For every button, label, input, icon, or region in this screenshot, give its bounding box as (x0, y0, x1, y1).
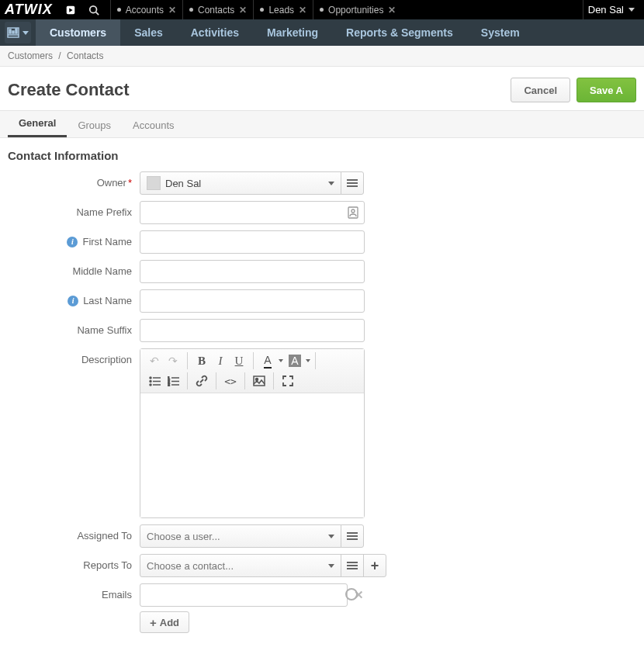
assigned-to-placeholder: Choose a user... (147, 531, 220, 542)
field-last-name: iLast Name (8, 289, 636, 313)
topbar: ATWIX Accounts✕ Contacts✕ Leads✕ Opportu… (0, 0, 644, 19)
description-textarea[interactable] (140, 393, 364, 517)
bold-icon[interactable]: B (193, 352, 210, 369)
email-input[interactable] (140, 583, 348, 607)
name-suffix-input[interactable] (140, 319, 365, 342)
chevron-down-icon (328, 564, 334, 568)
name-prefix-input[interactable] (140, 201, 365, 224)
close-icon[interactable]: ✕ (299, 5, 306, 16)
pinned-tab-opportunities[interactable]: Opportunities✕ (313, 0, 402, 19)
chevron-down-icon[interactable] (279, 359, 283, 362)
add-email-label: Add (160, 617, 179, 628)
close-icon[interactable]: ✕ (239, 5, 247, 16)
pinned-tab-accounts[interactable]: Accounts✕ (110, 0, 182, 19)
last-name-label: Last Name (83, 295, 132, 306)
add-email-button[interactable]: +Add (140, 611, 189, 633)
close-icon[interactable]: ✕ (388, 5, 396, 16)
tab-accounts[interactable]: Accounts (122, 112, 185, 137)
underline-icon[interactable]: U (230, 352, 248, 369)
pinned-tabs: Accounts✕ Contacts✕ Leads✕ Opportunities… (110, 0, 403, 19)
info-icon[interactable]: i (67, 237, 78, 247)
description-label: Description (81, 354, 132, 365)
last-name-input[interactable] (140, 289, 365, 313)
reports-to-placeholder: Choose a contact... (147, 560, 234, 572)
breadcrumb-parent[interactable]: Customers (8, 50, 53, 61)
svg-point-14 (150, 384, 151, 386)
undo-icon[interactable]: ↶ (146, 352, 163, 369)
pinned-tab-leads[interactable]: Leads✕ (253, 0, 313, 19)
bars-icon (347, 178, 358, 189)
reports-to-select[interactable]: Choose a contact... (140, 554, 341, 577)
chevron-down-icon (328, 182, 334, 185)
redo-icon[interactable]: ↷ (164, 352, 182, 369)
required-marker: * (128, 177, 132, 189)
breadcrumb: Customers / Contacts (0, 46, 644, 67)
nav-activities[interactable]: Activities (177, 19, 253, 46)
tab-general[interactable]: General (8, 109, 67, 137)
nav-reports[interactable]: Reports & Segments (332, 19, 467, 46)
field-middle-name: Middle Name (8, 260, 636, 283)
user-menu[interactable]: Den Sal (583, 0, 639, 19)
page-title: Create Contact (8, 80, 504, 100)
assigned-to-label: Assigned To (77, 530, 132, 542)
bg-color-icon[interactable]: A (286, 352, 303, 369)
nav-sales[interactable]: Sales (120, 19, 177, 46)
cancel-button[interactable]: Cancel (511, 78, 570, 102)
field-assigned-to: Assigned To Choose a user... (8, 524, 636, 548)
unordered-list-icon[interactable] (146, 372, 163, 389)
chevron-down-icon (328, 535, 334, 538)
svg-rect-7 (16, 29, 17, 33)
reports-to-list-button[interactable] (341, 554, 364, 577)
svg-point-10 (150, 377, 151, 379)
chevron-down-icon (628, 8, 635, 12)
owner-list-button[interactable] (341, 171, 364, 195)
save-button[interactable]: Save A (576, 78, 636, 102)
shortcut-icon[interactable] (62, 2, 79, 19)
assigned-to-list-button[interactable] (341, 524, 364, 548)
field-name-suffix: Name Suffix (8, 319, 636, 342)
image-icon[interactable] (251, 372, 268, 389)
tab-groups[interactable]: Groups (67, 112, 122, 137)
owner-value: Den Sal (165, 178, 201, 189)
pinned-tab-contacts[interactable]: Contacts✕ (182, 0, 253, 19)
ordered-list-icon[interactable]: 123 (164, 372, 182, 389)
nav-system[interactable]: System (467, 19, 534, 46)
field-emails: Emails ✕ +Add (8, 583, 636, 633)
close-icon[interactable]: ✕ (168, 5, 176, 16)
italic-icon[interactable]: I (212, 352, 229, 369)
bars-icon (347, 531, 358, 542)
source-code-icon[interactable]: <> (222, 372, 239, 389)
link-icon[interactable] (193, 372, 210, 389)
field-name-prefix: Name Prefix (8, 201, 636, 224)
middle-name-input[interactable] (140, 260, 365, 283)
name-suffix-label: Name Suffix (77, 324, 132, 336)
emails-label: Emails (102, 589, 132, 600)
email-primary-radio[interactable] (345, 588, 358, 600)
nav-customers[interactable]: Customers (36, 19, 120, 46)
assigned-to-select[interactable]: Choose a user... (140, 524, 341, 548)
owner-select[interactable]: Den Sal (140, 171, 341, 195)
autofill-icon (348, 206, 358, 219)
user-name: Den Sal (588, 4, 624, 16)
name-prefix-label: Name Prefix (76, 206, 132, 218)
avatar-icon (147, 176, 161, 190)
first-name-input[interactable] (140, 230, 365, 254)
logo: ATWIX (5, 2, 59, 18)
svg-rect-6 (12, 31, 14, 33)
info-icon[interactable]: i (68, 296, 78, 306)
plus-icon: + (371, 559, 379, 573)
fullscreen-icon[interactable] (279, 372, 296, 389)
description-editor: ↶ ↷ B I U A A (140, 348, 365, 518)
editor-toolbar: ↶ ↷ B I U A A (140, 349, 364, 393)
svg-rect-22 (254, 376, 265, 386)
nav-marketing[interactable]: Marketing (253, 19, 332, 46)
search-icon[interactable] (85, 2, 102, 19)
dashboard-icon[interactable] (5, 22, 31, 43)
svg-point-9 (351, 209, 355, 213)
text-color-icon[interactable]: A (259, 352, 276, 369)
field-description: Description ↶ ↷ B I U A A (8, 348, 636, 518)
chevron-down-icon[interactable] (306, 359, 310, 362)
form-section: Contact Information Owner* Den Sal Name … (0, 138, 644, 644)
reports-to-add-button[interactable]: + (363, 554, 386, 577)
svg-point-1 (89, 5, 96, 12)
